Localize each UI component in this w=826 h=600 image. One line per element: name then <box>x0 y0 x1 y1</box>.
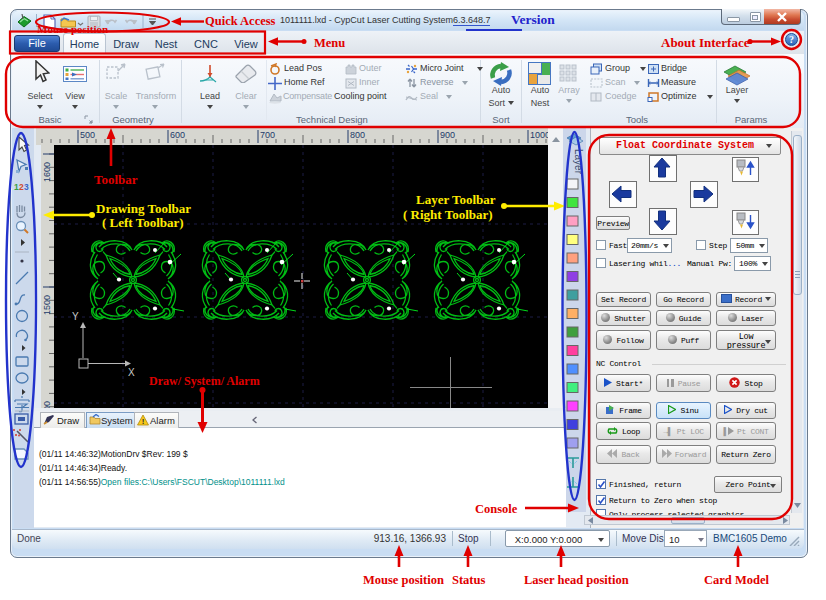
svg-text:( Left Toolbar): ( Left Toolbar) <box>102 215 184 230</box>
svg-text:Card Model: Card Model <box>704 573 769 587</box>
svg-text:Drawing Toolbar: Drawing Toolbar <box>96 201 191 216</box>
svg-text:Laser head position: Laser head position <box>524 573 629 587</box>
svg-text:Toolbar: Toolbar <box>94 172 138 187</box>
svg-text:Mouse position: Mouse position <box>37 23 108 35</box>
svg-text:Version: Version <box>511 12 555 27</box>
svg-text:Status: Status <box>452 573 485 587</box>
svg-text:Mouse position: Mouse position <box>363 573 444 587</box>
svg-text:Layer Toolbar: Layer Toolbar <box>416 192 496 207</box>
svg-text:( Right Toolbar): ( Right Toolbar) <box>403 207 493 222</box>
svg-text:Draw/ System/ Alarm: Draw/ System/ Alarm <box>149 374 260 388</box>
svg-text:Console: Console <box>475 502 518 516</box>
svg-text:Menu: Menu <box>314 36 345 50</box>
svg-text:Quick Access: Quick Access <box>205 14 276 28</box>
svg-text:About Interface: About Interface <box>661 35 750 50</box>
